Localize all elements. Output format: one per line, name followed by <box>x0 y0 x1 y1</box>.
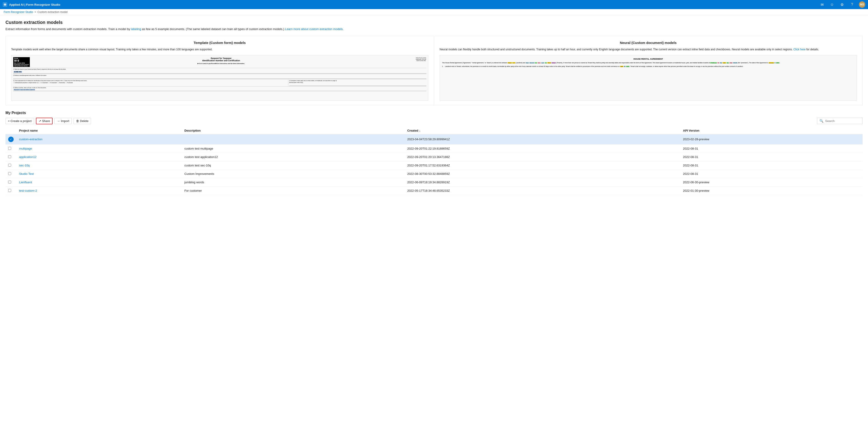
row-project-name[interactable]: custom-extraction <box>17 134 182 144</box>
rental-doc-title: HOUSE RENTAL AGREEMENT <box>442 58 855 61</box>
settings-icon-button[interactable]: ⚙ <box>839 1 845 8</box>
import-button[interactable]: → Import <box>54 118 72 124</box>
click-here-link[interactable]: Click here <box>793 48 805 51</box>
row-select-cell[interactable] <box>5 178 17 186</box>
breadcrumb-separator: > <box>34 10 36 14</box>
project-link[interactable]: custom-extraction <box>19 138 42 141</box>
emoji-icon-button[interactable]: ☺ <box>829 1 835 8</box>
row-created: 2022-06-09T18:19:34.8828919Z <box>404 178 680 186</box>
top-navigation-bar: Applied AI | Form Recognizer Studio ✉ ☺ … <box>0 0 868 9</box>
entity-sal: Sal <box>720 62 722 63</box>
neural-card-image: HOUSE RENTAL AGREEMENT This House Rental… <box>440 55 857 101</box>
row-created: 2022-09-20T01:22:19.8188659Z <box>404 144 680 153</box>
w9-form-preview: Form W-9 (Rev. October 2018) Department … <box>11 55 428 93</box>
model-cards-container: Template (Custom form) models Template m… <box>5 36 863 105</box>
help-icon-button[interactable]: ? <box>849 1 855 8</box>
entity-dr: Dr <box>717 62 719 63</box>
breadcrumb: Form Recognizer Studio > Custom extracti… <box>0 9 868 15</box>
th-project-name[interactable]: Project name <box>17 127 182 134</box>
row-checkbox[interactable] <box>8 147 11 150</box>
row-select-cell[interactable] <box>5 161 17 170</box>
breadcrumb-current: Custom extraction model <box>37 10 68 14</box>
row-project-name[interactable]: test-custom-2 <box>17 186 182 195</box>
selected-indicator: ✓ <box>8 137 14 142</box>
row-checkbox[interactable] <box>8 189 11 192</box>
w9-header: Form W-9 (Rev. October 2018) Department … <box>13 57 426 67</box>
project-link[interactable]: Studio Test <box>19 172 34 176</box>
row-checkbox[interactable] <box>8 164 11 167</box>
row-select-cell[interactable] <box>5 153 17 161</box>
entity-2021: 2021 <box>776 62 779 63</box>
row-project-name[interactable]: Lienfluent <box>17 178 182 186</box>
project-link[interactable]: Lienfluent <box>19 181 32 184</box>
entity-2021-2: 2021 <box>626 66 629 67</box>
search-box[interactable]: 🔍 <box>817 118 863 124</box>
w9-name-field: ACME INC <box>14 71 22 72</box>
neural-card-title: Neural (Custom document) models <box>440 41 857 44</box>
search-input[interactable] <box>825 119 859 123</box>
row-api-version: 2022-01-30-preview <box>680 186 863 195</box>
row-project-name[interactable]: sec-10q <box>17 161 182 170</box>
table-row[interactable]: multipagecustom test multipage2022-09-20… <box>5 144 863 153</box>
row-checkbox[interactable] <box>8 181 11 183</box>
entity-strait: Strait <box>547 62 551 63</box>
entity-84135: 84135 <box>733 62 737 63</box>
table-row[interactable]: test-custom-2For customer2022-05-17T18:3… <box>5 186 863 195</box>
row-api-version: 2022-08-31 <box>680 170 863 178</box>
breadcrumb-root-link[interactable]: Form Recognizer Studio <box>4 10 33 14</box>
row-api-version: 2023-02-28-preview <box>680 134 863 144</box>
neural-model-card: Neural (Custom document) models Neural m… <box>434 36 863 105</box>
delete-button[interactable]: 🗑 Delete <box>73 118 91 124</box>
row-project-name[interactable]: multipage <box>17 144 182 153</box>
row-api-version: 2022-08-31 <box>680 153 863 161</box>
projects-table: Project name Description Created ↓ API V… <box>5 127 863 195</box>
row-select-cell[interactable] <box>5 144 17 153</box>
row-description: custom test multipage <box>182 144 404 153</box>
project-link[interactable]: multipage <box>19 147 32 150</box>
row-project-name[interactable]: Studio Test <box>17 170 182 178</box>
table-row[interactable]: Studio TestCustom Improvements2022-08-30… <box>5 170 863 178</box>
table-row[interactable]: application12custom test application1220… <box>5 153 863 161</box>
user-avatar[interactable]: MS <box>859 1 865 8</box>
learn-more-link[interactable]: Learn more about custom extraction model… <box>285 27 343 31</box>
table-row[interactable]: sec-10qcustom test sec-10q2022-09-20T01:… <box>5 161 863 170</box>
row-select-cell[interactable] <box>5 170 17 178</box>
create-project-button[interactable]: + Create a project <box>5 118 34 124</box>
th-created[interactable]: Created ↓ <box>404 127 680 134</box>
project-link[interactable]: sec-10q <box>19 164 30 167</box>
entity-05: 05 <box>624 66 626 67</box>
row-api-version: 2022-08-31 <box>680 161 863 170</box>
entity-sam: Sam <box>526 62 529 63</box>
row-project-name[interactable]: application12 <box>17 153 182 161</box>
table-row[interactable]: Lienfluentjumbling words2022-06-09T18:19… <box>5 178 863 186</box>
entity-limited: limited <box>552 62 556 63</box>
main-content: Custom extraction models Extract informa… <box>0 15 868 200</box>
row-description: custom test sec-10q <box>182 161 404 170</box>
app-title-label: Applied AI | Form Recognizer Studio <box>9 3 60 6</box>
mail-icon-button[interactable]: ✉ <box>819 1 825 8</box>
projects-toolbar: + Create a project ↗ Share → Import 🗑 De… <box>5 118 863 124</box>
project-link[interactable]: application12 <box>19 155 37 159</box>
th-api-version: API Version <box>680 127 863 134</box>
w9-form-instructions: Give Form to the requester. Do not send … <box>413 57 426 67</box>
rental-doc-preview: HOUSE RENTAL AGREEMENT This House Rental… <box>440 55 857 70</box>
row-checkbox[interactable] <box>8 155 11 158</box>
row-created: 2022-05-17T18:34:48.6535233Z <box>404 186 680 195</box>
row-checkbox[interactable] <box>8 172 11 175</box>
row-description: custom test application12 <box>182 153 404 161</box>
share-button[interactable]: ↗ Share <box>36 118 53 124</box>
table-row[interactable]: ✓custom-extraction2023-04-04T23:58:29.80… <box>5 134 863 144</box>
th-checkbox <box>5 127 17 134</box>
row-select-cell[interactable] <box>5 186 17 195</box>
template-card-title: Template (Custom form) models <box>11 41 428 44</box>
entity-terry: terry <box>537 62 541 63</box>
app-brand: Applied AI | Form Recognizer Studio <box>3 2 60 7</box>
entity-city: city <box>726 62 729 63</box>
labeling-link[interactable]: labeling <box>131 27 141 31</box>
project-link[interactable]: test-custom-2 <box>19 189 37 192</box>
desc-part1: Extract information from forms and docum… <box>5 27 130 31</box>
w9-address-row: 5. Address (number, street, and apt. or … <box>13 86 426 92</box>
row-api-version: 2022-08-31 <box>680 144 863 153</box>
row-select-cell[interactable]: ✓ <box>5 134 17 144</box>
search-icon: 🔍 <box>819 119 824 123</box>
